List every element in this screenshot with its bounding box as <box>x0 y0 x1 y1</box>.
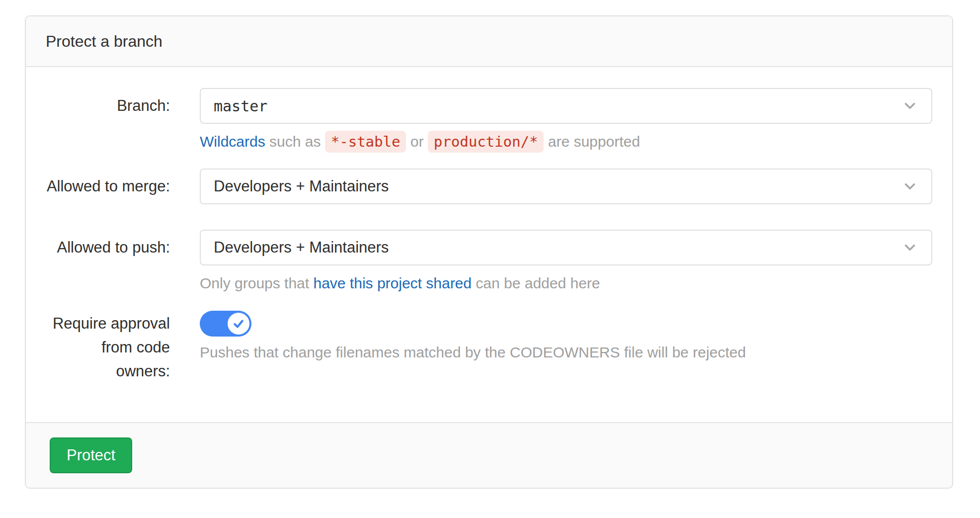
codeowners-row: Require approval from code owners: Pushe… <box>46 311 932 383</box>
branch-row: Branch: master Wildcards such as *-stabl… <box>46 88 932 153</box>
allowed-to-merge-label: Allowed to merge: <box>46 169 170 198</box>
allowed-to-push-value: Developers + Maintainers <box>214 239 389 257</box>
branch-help-mid: such as <box>269 133 321 150</box>
wildcards-link[interactable]: Wildcards <box>200 133 265 150</box>
codeowners-label: Require approval from code owners: <box>46 311 170 383</box>
codeowners-approval-toggle[interactable] <box>200 311 251 337</box>
push-help-post: can be added here <box>476 275 600 291</box>
codeowners-control: Pushes that change filenames matched by … <box>200 311 932 363</box>
allowed-to-merge-value: Developers + Maintainers <box>214 177 389 195</box>
branch-help-end: are supported <box>548 133 640 150</box>
wildcard-example-2: production/* <box>428 131 544 153</box>
branch-control: master Wildcards such as *-stable or pro… <box>200 88 932 153</box>
allowed-to-merge-select[interactable]: Developers + Maintainers <box>200 169 932 204</box>
card-body: Branch: master Wildcards such as *-stabl… <box>26 67 952 422</box>
toggle-knob <box>228 313 249 335</box>
allowed-to-merge-control: Developers + Maintainers <box>200 169 932 204</box>
branch-select-value: master <box>214 97 267 115</box>
push-help-pre: Only groups that <box>200 275 309 291</box>
codeowners-help-text: Pushes that change filenames matched by … <box>200 342 932 363</box>
wildcard-example-1: *-stable <box>325 131 407 153</box>
chevron-down-icon <box>901 178 918 195</box>
chevron-down-icon <box>901 239 918 256</box>
allowed-to-push-row: Allowed to push: Developers + Maintainer… <box>46 230 932 294</box>
branch-select[interactable]: master <box>200 88 932 124</box>
card-header: Protect a branch <box>26 16 952 67</box>
allowed-to-push-control: Developers + Maintainers Only groups tha… <box>200 230 932 294</box>
protect-branch-card: Protect a branch Branch: master Wildcard… <box>25 15 953 489</box>
branch-label: Branch: <box>46 88 170 118</box>
allowed-to-push-label: Allowed to push: <box>46 230 170 259</box>
chevron-down-icon <box>901 97 918 114</box>
check-icon <box>232 317 245 330</box>
branch-help-or: or <box>410 133 424 150</box>
allowed-to-merge-row: Allowed to merge: Developers + Maintaine… <box>46 169 932 204</box>
branch-help-text: Wildcards such as *-stable or production… <box>200 131 932 153</box>
card-footer: Protect <box>26 422 952 488</box>
card-title: Protect a branch <box>46 32 163 51</box>
protect-button[interactable]: Protect <box>50 437 132 473</box>
allowed-to-push-select[interactable]: Developers + Maintainers <box>200 230 932 265</box>
push-help-text: Only groups that have this project share… <box>200 272 932 294</box>
project-shared-link[interactable]: have this project shared <box>313 275 472 291</box>
